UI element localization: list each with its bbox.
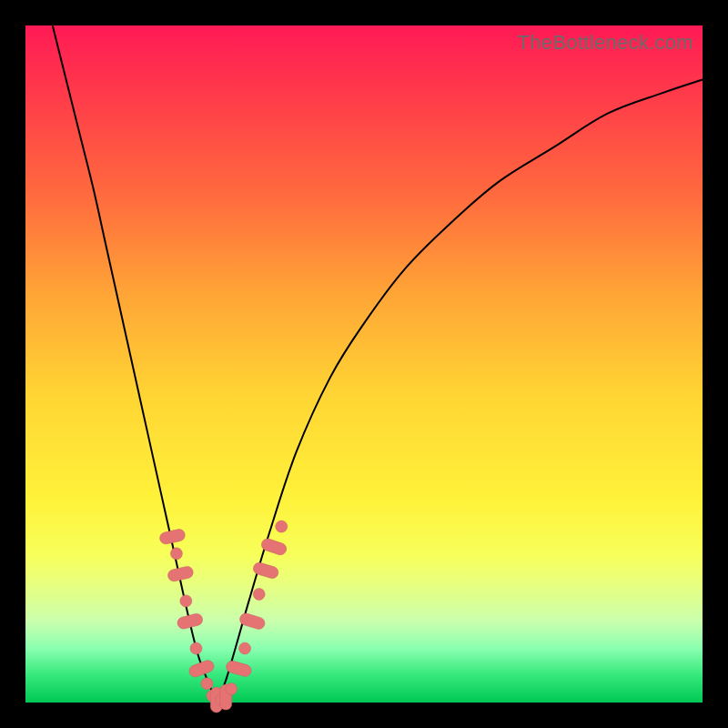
highlight-pill: [238, 612, 267, 630]
highlight-dot: [180, 595, 192, 607]
highlight-pill: [177, 612, 204, 630]
highlight-pill: [167, 565, 194, 582]
curve-layer: [53, 25, 703, 703]
highlight-pill: [187, 659, 216, 679]
highlight-dot: [253, 588, 265, 600]
highlight-pill: [225, 660, 252, 678]
chart-frame: TheBottleneck.com: [0, 0, 728, 728]
highlight-dot: [201, 678, 213, 690]
highlight-dot: [276, 521, 288, 532]
highlight-dot: [226, 683, 238, 695]
highlight-pill: [158, 528, 186, 545]
plot-area: TheBottleneck.com: [25, 25, 703, 703]
highlight-dot: [239, 642, 251, 654]
curve-right-branch: [217, 80, 703, 703]
chart-svg: [25, 25, 703, 703]
highlight-dot: [170, 548, 182, 560]
highlight-dots-layer: [158, 521, 288, 713]
highlight-dot: [190, 642, 202, 654]
highlight-pill: [260, 537, 288, 556]
